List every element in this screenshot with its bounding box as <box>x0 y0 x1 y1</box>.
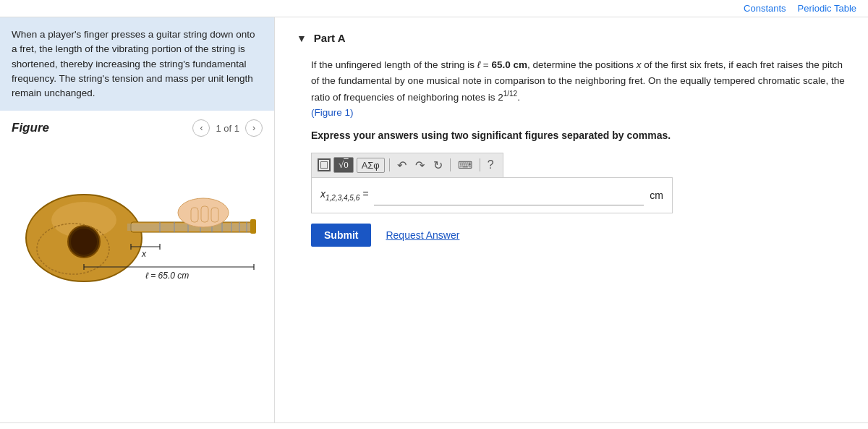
guitar-image: x ℓ = 65.0 cm <box>12 144 258 274</box>
sqrt-button[interactable]: √0 <box>333 157 354 173</box>
figure-section: Figure ‹ 1 of 1 › <box>0 111 274 422</box>
figure-prev-button[interactable]: ‹ <box>192 119 210 137</box>
part-content: If the unfingered length of the string i… <box>311 57 846 247</box>
svg-rect-23 <box>201 206 208 222</box>
svg-point-3 <box>71 229 97 255</box>
answer-row: x1,2,3,4,5,6 = cm <box>311 177 673 213</box>
toolbar-separator-2 <box>450 158 451 171</box>
undo-button[interactable]: ↶ <box>394 157 409 174</box>
help-button[interactable]: ? <box>485 157 497 173</box>
svg-rect-22 <box>191 208 198 222</box>
instruction-text: Express your answers using two significa… <box>311 129 846 141</box>
figure-header: Figure ‹ 1 of 1 › <box>12 119 263 137</box>
svg-text:x: x <box>141 249 147 259</box>
svg-rect-20 <box>250 219 256 234</box>
reset-button[interactable]: ↻ <box>430 157 446 174</box>
top-bar: Constants Periodic Table <box>0 0 868 17</box>
svg-text:ℓ = 65.0 cm: ℓ = 65.0 cm <box>145 271 189 281</box>
answer-toolbar: □ √0 ΑΣφ ↶ ↷ <box>311 153 846 213</box>
keyboard-button[interactable]: ⌨ <box>455 158 475 172</box>
redo-icon: ↷ <box>415 158 425 172</box>
figure-page-indicator: 1 of 1 <box>216 123 239 134</box>
collapse-arrow[interactable]: ▼ <box>297 33 307 44</box>
figure-next-button[interactable]: › <box>245 119 263 137</box>
figure-nav: ‹ 1 of 1 › <box>192 119 263 137</box>
periodic-table-link[interactable]: Periodic Table <box>798 3 856 14</box>
bracket-icon: □ <box>318 158 331 171</box>
submit-button[interactable]: Submit <box>311 224 371 247</box>
answer-unit: cm <box>650 190 663 201</box>
greek-math-label: ΑΣφ <box>362 160 380 171</box>
action-row: Submit Request Answer <box>311 224 846 247</box>
bottom-bar: Provide Feedback Next ❯ <box>0 422 868 429</box>
sqrt-icon: √0 <box>339 159 349 171</box>
problem-text: When a player's finger presses a guitar … <box>0 17 274 111</box>
request-answer-button[interactable]: Request Answer <box>386 229 459 241</box>
svg-rect-24 <box>211 208 218 222</box>
toolbar-separator-3 <box>480 158 480 171</box>
question-mark-label: ? <box>488 158 494 171</box>
keyboard-icon: ⌨ <box>458 159 472 171</box>
undo-icon: ↶ <box>397 158 407 172</box>
toolbar-separator-1 <box>389 158 390 171</box>
part-header: ▼ Part A <box>297 32 846 44</box>
left-panel: When a player's finger presses a guitar … <box>0 17 275 422</box>
part-label: Part A <box>314 32 346 44</box>
answer-input[interactable] <box>374 185 644 205</box>
refresh-icon: ↻ <box>433 158 443 172</box>
greek-math-button[interactable]: ΑΣφ <box>357 158 385 173</box>
figure-title: Figure <box>12 121 49 135</box>
part-description: If the unfingered length of the string i… <box>311 57 846 121</box>
redo-button[interactable]: ↷ <box>412 157 427 174</box>
right-panel: ▼ Part A If the unfingered length of the… <box>275 17 868 422</box>
constants-link[interactable]: Constants <box>744 3 786 14</box>
figure-link[interactable]: (Figure 1) <box>311 107 354 118</box>
answer-label: x1,2,3,4,5,6 = <box>320 188 368 202</box>
